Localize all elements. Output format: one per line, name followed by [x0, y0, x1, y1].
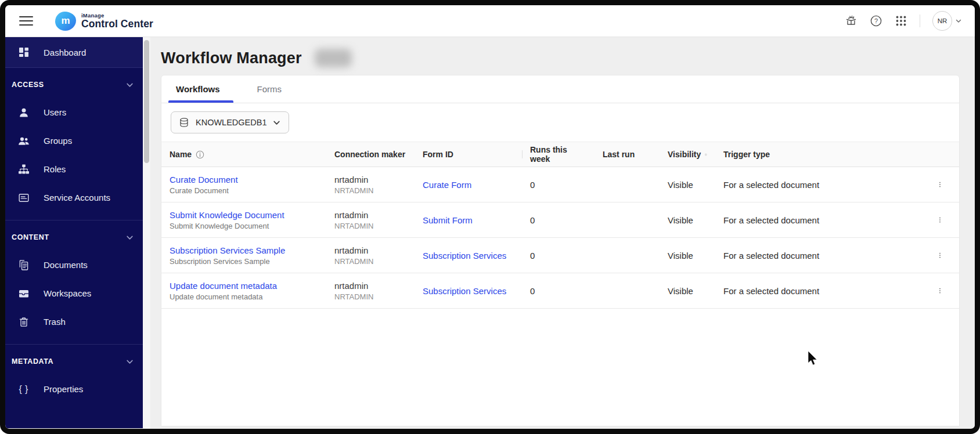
row-actions-kebab-icon[interactable]: [931, 282, 949, 299]
table-row: Submit Knowledge Document Submit Knowled…: [161, 202, 959, 238]
runs-this-week: 0: [522, 180, 595, 190]
connection-maker-sub: NRTADMIN: [334, 257, 406, 266]
table-row: Update document metadata Update document…: [161, 273, 959, 309]
visibility: Visible: [660, 215, 715, 225]
main-content: Workflow Manager Workflows Forms K: [150, 37, 975, 428]
table-row: Curate Document Curate Document nrtadmin…: [161, 167, 959, 202]
brand-logo: m iManage Control Center: [55, 12, 153, 31]
groups-icon: [17, 135, 30, 147]
column-header-runs-this-week: Runs this week: [522, 145, 595, 164]
row-actions-kebab-icon[interactable]: [931, 211, 949, 229]
trigger-type: For a selected document: [715, 251, 927, 261]
workflow-name-link[interactable]: Curate Document: [170, 175, 238, 185]
info-icon[interactable]: [705, 150, 707, 159]
sidebar-section-access[interactable]: ACCESS: [5, 71, 143, 98]
sidebar-item-properties[interactable]: { } Properties: [5, 375, 143, 403]
user-menu[interactable]: NR: [932, 11, 962, 31]
dashboard-icon: [17, 46, 30, 58]
row-actions-kebab-icon[interactable]: [931, 176, 949, 193]
sidebar-divider: [5, 220, 143, 220]
runs-this-week: 0: [522, 215, 595, 225]
documents-icon: [17, 259, 30, 271]
trash-icon: [17, 316, 30, 328]
user-icon: [17, 107, 30, 118]
imanage-logo-icon: m: [55, 12, 76, 31]
trigger-type: For a selected document: [715, 215, 927, 225]
connection-maker-sub: NRTADMIN: [334, 186, 406, 195]
braces-icon: { }: [17, 384, 30, 395]
connection-maker: nrtadmin: [334, 281, 406, 291]
column-header-last-run: Last run: [595, 150, 660, 159]
column-header-trigger-type: Trigger type: [715, 150, 927, 159]
page-title: Workflow Manager: [161, 49, 302, 67]
table-header: Name Connection maker Form ID Runs this …: [161, 142, 959, 167]
hamburger-menu-icon[interactable]: [19, 13, 33, 28]
form-id-link[interactable]: Curate Form: [423, 180, 471, 190]
visibility: Visible: [660, 251, 715, 261]
workflow-name-link[interactable]: Update document metadata: [170, 281, 277, 291]
library-selector[interactable]: KNOWLEDGEDB1: [171, 111, 289, 133]
form-id-link[interactable]: Subscription Services: [423, 286, 506, 296]
chevron-down-icon: [273, 119, 280, 126]
avatar[interactable]: NR: [932, 11, 952, 31]
row-actions-kebab-icon[interactable]: [931, 247, 949, 264]
app-window: m iManage Control Center: [0, 0, 980, 434]
service-accounts-icon: [17, 192, 30, 204]
runs-this-week: 0: [522, 286, 595, 296]
info-icon[interactable]: [196, 150, 204, 159]
chevron-down-icon: [126, 358, 134, 366]
whats-new-icon[interactable]: [845, 15, 858, 27]
library-selector-value: KNOWLEDGEDB1: [196, 118, 266, 127]
section-label: ACCESS: [12, 81, 44, 89]
section-label: METADATA: [12, 357, 53, 366]
connection-maker-sub: NRTADMIN: [334, 292, 406, 301]
workflow-description: Curate Document: [170, 186, 318, 195]
sidebar-item-service-accounts[interactable]: Service Accounts: [5, 183, 143, 212]
sidebar-divider: [5, 344, 143, 345]
sidebar-item-label: Dashboard: [44, 48, 86, 57]
workflow-name-link[interactable]: Subscription Services Sample: [170, 245, 285, 255]
sidebar-section-content[interactable]: CONTENT: [5, 224, 143, 251]
connection-maker: nrtadmin: [334, 175, 406, 185]
workflow-name-link[interactable]: Submit Knowledge Document: [170, 210, 284, 220]
connection-maker-sub: NRTADMIN: [334, 222, 406, 230]
header-divider: [920, 15, 920, 27]
redacted-badge: [315, 49, 352, 67]
sidebar-scrollbar-track[interactable]: [143, 37, 150, 428]
visibility: Visible: [660, 286, 715, 296]
sidebar-scrollbar-thumb[interactable]: [144, 40, 149, 163]
connection-maker: nrtadmin: [334, 210, 406, 220]
apps-grid-icon[interactable]: [895, 15, 907, 27]
column-header-form-id: Form ID: [415, 150, 522, 159]
sidebar-item-label: Groups: [44, 136, 72, 146]
tab-bar: Workflows Forms: [161, 75, 959, 103]
roles-icon: [17, 164, 30, 175]
sidebar-item-trash[interactable]: Trash: [5, 308, 143, 336]
workflow-description: Subscription Services Sample: [170, 257, 318, 266]
runs-this-week: 0: [522, 251, 595, 261]
trigger-type: For a selected document: [715, 180, 927, 190]
workflows-card: Workflows Forms KNOWLEDGEDB1: [161, 75, 960, 426]
sidebar-item-documents[interactable]: Documents: [5, 251, 143, 279]
sidebar-item-users[interactable]: Users: [5, 98, 143, 126]
sidebar-item-groups[interactable]: Groups: [5, 126, 143, 155]
tab-workflows[interactable]: Workflows: [168, 75, 228, 103]
table-row: Subscription Services Sample Subscriptio…: [161, 238, 959, 273]
sidebar-item-workspaces[interactable]: Workspaces: [5, 279, 143, 308]
form-id-link[interactable]: Submit Form: [423, 215, 473, 225]
connection-maker: nrtadmin: [334, 245, 406, 255]
database-icon: [179, 117, 189, 128]
sidebar-item-label: Trash: [44, 317, 66, 327]
workflow-description: Submit Knowledge Document: [170, 222, 318, 230]
sidebar-item-dashboard[interactable]: Dashboard: [5, 37, 143, 68]
chevron-down-icon: [955, 17, 962, 24]
sidebar-item-label: Service Accounts: [44, 193, 110, 202]
form-id-link[interactable]: Subscription Services: [423, 251, 506, 261]
help-icon[interactable]: ?: [870, 15, 882, 27]
visibility: Visible: [660, 180, 715, 190]
sidebar-item-label: Users: [44, 107, 66, 117]
sidebar-item-roles[interactable]: Roles: [5, 155, 143, 183]
column-header-name: Name: [161, 150, 326, 159]
tab-forms[interactable]: Forms: [250, 75, 290, 103]
sidebar-section-metadata[interactable]: METADATA: [5, 348, 143, 375]
